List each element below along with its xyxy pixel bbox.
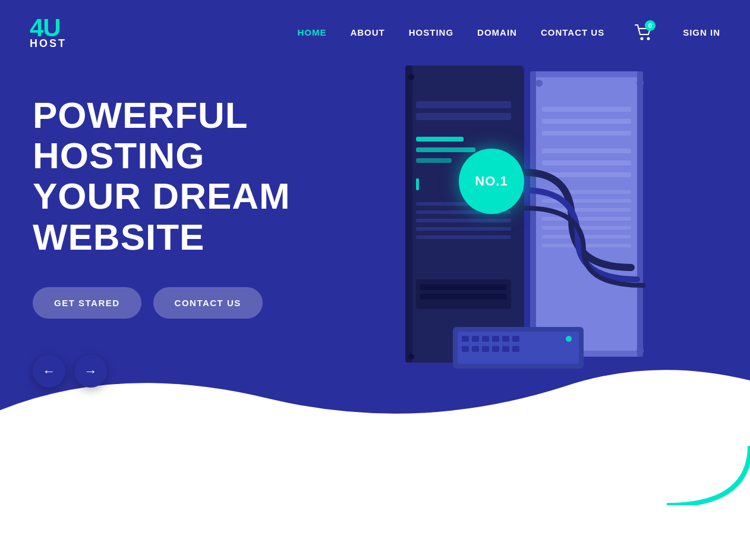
svg-rect-35 [416,235,511,239]
svg-rect-21 [530,71,536,357]
svg-rect-6 [542,131,631,136]
svg-rect-3 [533,77,640,351]
svg-rect-14 [542,226,631,229]
svg-rect-49 [462,346,469,352]
logo[interactable]: 4U HOST [30,15,67,49]
svg-rect-52 [492,346,499,352]
main-nav: HOME ABOUT HOSTING DOMAIN CONTACT US 0 S… [297,23,720,42]
svg-rect-47 [502,336,509,342]
prev-arrow[interactable]: ← [33,355,65,388]
svg-rect-27 [416,137,464,141]
nav-domain[interactable]: DOMAIN [477,27,517,37]
svg-rect-53 [502,346,509,352]
svg-rect-11 [542,199,631,203]
logo-4u: 4U [30,15,67,40]
no1-badge: NO.1 [459,149,524,214]
hero-title-line2: HOSTING [33,135,204,176]
svg-rect-45 [482,336,489,342]
nav-hosting[interactable]: HOSTING [409,27,453,37]
svg-rect-43 [462,336,469,342]
svg-point-55 [566,336,572,342]
signin-button[interactable]: SIGN IN [683,27,720,37]
nav-home[interactable]: HOME [297,27,326,37]
svg-rect-40 [420,294,506,300]
svg-rect-5 [542,119,631,124]
server-illustration [393,54,702,386]
svg-rect-44 [472,336,479,342]
svg-rect-29 [416,158,452,163]
svg-rect-25 [416,101,511,108]
hero-content: POWERFUL HOSTING YOUR DREAM WEBSITE GET … [33,95,291,319]
svg-rect-46 [492,336,499,342]
cart-badge: 0 [645,20,656,31]
hero-buttons: GET STARED CONTACT US [33,287,291,319]
svg-rect-26 [416,113,511,120]
hero-title-line1: POWERFUL [33,95,248,136]
svg-rect-33 [416,219,511,222]
svg-rect-28 [416,147,475,152]
svg-rect-54 [512,346,519,352]
svg-point-0 [641,37,644,40]
logo-host: HOST [30,38,67,49]
hero-title-line4: WEBSITE [33,216,204,257]
hero-title-line3: YOUR DREAM [33,175,291,216]
svg-rect-39 [420,284,506,290]
svg-point-17 [535,80,543,87]
svg-rect-51 [482,346,489,352]
nav-contact[interactable]: CONTACT US [541,27,604,37]
svg-point-1 [647,37,650,40]
contact-us-button[interactable]: CONTACT US [153,287,263,319]
svg-point-37 [408,354,414,360]
get-started-button[interactable]: GET STARED [33,287,141,319]
svg-rect-48 [512,336,519,342]
cart-button[interactable]: 0 [634,23,653,42]
svg-rect-22 [637,71,643,357]
hero-section: 4U HOST HOME ABOUT HOSTING DOMAIN CONTAC… [0,0,750,505]
header: 4U HOST HOME ABOUT HOSTING DOMAIN CONTAC… [0,0,750,64]
svg-rect-50 [472,346,479,352]
svg-point-36 [408,74,414,80]
white-area [0,459,750,560]
hero-title: POWERFUL HOSTING YOUR DREAM WEBSITE [33,95,291,257]
svg-rect-7 [542,149,631,153]
svg-rect-8 [542,161,631,165]
no1-text: NO.1 [475,174,508,189]
svg-rect-34 [416,227,511,231]
svg-rect-24 [405,65,412,363]
svg-rect-4 [542,107,631,112]
slider-controls: ← → [33,355,107,388]
svg-rect-13 [542,217,631,221]
nav-about[interactable]: ABOUT [350,27,385,37]
next-arrow[interactable]: → [74,355,107,388]
svg-rect-16 [542,244,631,247]
teal-accent [667,446,750,505]
svg-rect-30 [416,178,419,190]
svg-rect-15 [542,235,631,238]
